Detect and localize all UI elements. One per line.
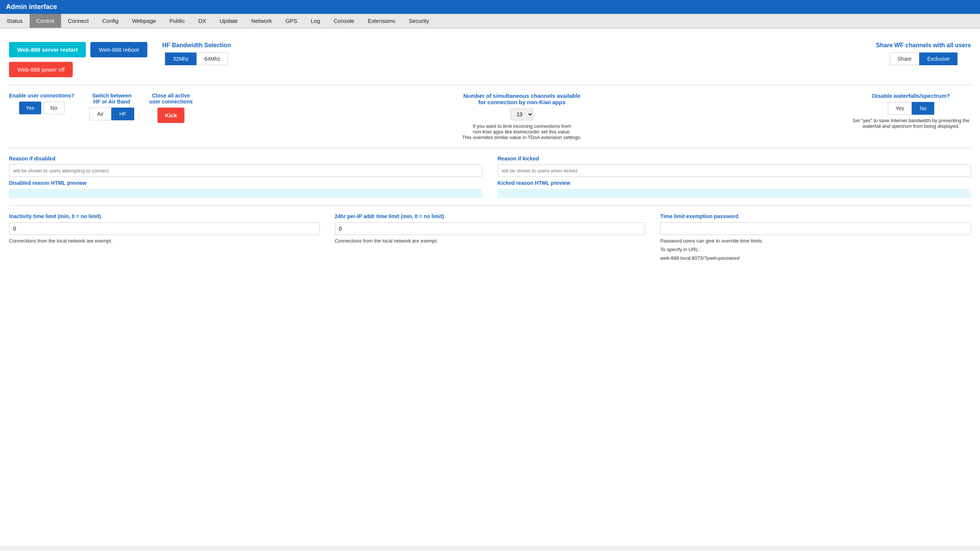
channels-select[interactable]: 13 0123 4567 891011 121415 — [510, 108, 533, 120]
perip-desc: Connections from the local network are e… — [335, 238, 646, 244]
connections-section: Enable user connections? Yes No Switch b… — [9, 85, 971, 148]
nav-security[interactable]: Security — [402, 14, 436, 28]
inactivity-input[interactable] — [9, 222, 320, 235]
inactivity-label: Inactivity time limit (min, 0 = no limit… — [9, 213, 320, 219]
app-title: Admin interface — [6, 3, 57, 11]
disabled-preview-box — [9, 189, 482, 198]
waterfall-desc: Set "yes" to save Internet bandwidth by … — [851, 118, 971, 129]
reason-kicked-input[interactable] — [498, 165, 971, 177]
waterfall-block: Disable waterfalls/spectrum? Yes No Set … — [851, 92, 971, 129]
server-buttons-group: Web-888 server restart Web-888 reboot We… — [9, 42, 147, 77]
app-header: Admin interface — [0, 0, 980, 14]
band-switch-title: Switch betweenHF or Air Band — [92, 92, 132, 105]
time-limits-section: Inactivity time limit (min, 0 = no limit… — [9, 206, 971, 268]
reason-disabled-block: Reason if disabled Disabled reason HTML … — [9, 156, 482, 198]
inactivity-block: Inactivity time limit (min, 0 = no limit… — [9, 213, 320, 244]
server-reboot-button[interactable]: Web-888 reboot — [90, 42, 147, 57]
nav-bar: Status Control Connect Config Webpage Pu… — [0, 14, 980, 29]
reason-kicked-block: Reason if kicked Kicked reason HTML prev… — [498, 156, 971, 198]
password-input[interactable] — [660, 222, 971, 235]
conn-row: Enable user connections? Yes No Switch b… — [9, 92, 971, 140]
perip-input[interactable] — [335, 222, 646, 235]
nav-extensions[interactable]: Extensions — [361, 14, 402, 28]
waterfall-no-button[interactable]: No — [912, 102, 934, 115]
channels-title: Number of simultaneous channels availabl… — [463, 92, 581, 105]
enable-no-button[interactable]: No — [43, 102, 64, 114]
exclusive-button[interactable]: Exclusive — [919, 52, 957, 65]
main-content: Web-888 server restart Web-888 reboot We… — [0, 29, 980, 546]
password-block: Time limit exemption password Password u… — [660, 213, 971, 261]
server-poweroff-button[interactable]: Web-888 power off — [9, 62, 73, 77]
hf-bandwidth-block: HF Bandwidth Selection 32Mhz 64Mhz — [162, 42, 231, 65]
enable-connections-title: Enable user connections? — [9, 92, 74, 98]
perip-block: 24hr per-IP addr time limit (min, 0 = no… — [335, 213, 646, 244]
air-band-button[interactable]: Air — [89, 108, 111, 120]
nav-public[interactable]: Public — [163, 14, 192, 28]
top-row-buttons: Web-888 server restart Web-888 reboot — [9, 42, 147, 57]
hf-bandwidth-group: 32Mhz 64Mhz — [165, 52, 228, 65]
kick-button[interactable]: Kick — [158, 108, 185, 123]
nav-status[interactable]: Status — [0, 14, 30, 28]
password-desc2: To specify in URL: — [660, 247, 971, 252]
hf-32mhz-button[interactable]: 32Mhz — [165, 52, 196, 65]
disabled-preview-label: Disabled reason HTML preview — [9, 180, 482, 186]
poweroff-row: Web-888 power off — [9, 62, 147, 77]
reasons-row: Reason if disabled Disabled reason HTML … — [9, 156, 971, 198]
nav-connect[interactable]: Connect — [61, 14, 95, 28]
inactivity-desc: Connections from the local network are e… — [9, 238, 320, 244]
band-switch-buttons: Air HF — [89, 108, 134, 120]
time-limits-row: Inactivity time limit (min, 0 = no limit… — [9, 213, 971, 261]
enable-yes-button[interactable]: Yes — [19, 102, 41, 114]
share-wf-title: Share WF channels with all users — [876, 42, 971, 49]
hf-64mhz-button[interactable]: 64Mhz — [196, 52, 228, 65]
band-switch-block: Switch betweenHF or Air Band Air HF — [89, 92, 134, 120]
enable-connections-block: Enable user connections? Yes No — [9, 92, 74, 114]
reason-section: Reason if disabled Disabled reason HTML … — [9, 148, 971, 206]
nav-dx[interactable]: DX — [192, 14, 213, 28]
channels-desc: If you want to limit incoming connection… — [462, 123, 581, 140]
enable-connections-buttons: Yes No — [19, 102, 64, 114]
reason-disabled-input[interactable] — [9, 165, 482, 177]
password-label: Time limit exemption password — [660, 213, 971, 219]
nav-config[interactable]: Config — [95, 14, 125, 28]
nav-network[interactable]: Network — [245, 14, 278, 28]
nav-gps[interactable]: GPS — [278, 14, 304, 28]
nav-control[interactable]: Control — [30, 14, 61, 28]
nav-webpage[interactable]: Webpage — [125, 14, 163, 28]
perip-label: 24hr per-IP addr time limit (min, 0 = no… — [335, 213, 646, 219]
kicked-preview-label: Kicked reason HTML preview — [498, 180, 971, 186]
hf-bandwidth-title: HF Bandwidth Selection — [162, 42, 231, 49]
server-restart-button[interactable]: Web-888 server restart — [9, 42, 86, 57]
kick-connections-title: Close all activeuser connections — [149, 92, 193, 105]
hf-band-button[interactable]: HF — [111, 108, 134, 120]
password-desc1: Password users can give to override time… — [660, 238, 971, 244]
kick-connections-block: Close all activeuser connections Kick — [149, 92, 193, 123]
nav-update[interactable]: Update — [213, 14, 245, 28]
nav-log[interactable]: Log — [304, 14, 327, 28]
waterfall-title: Disable waterfalls/spectrum? — [872, 92, 950, 99]
share-wf-block: Share WF channels with all users Share E… — [876, 42, 971, 65]
waterfall-yes-button[interactable]: Yes — [888, 102, 912, 115]
waterfall-buttons: Yes No — [888, 102, 935, 115]
reason-disabled-label: Reason if disabled — [9, 156, 482, 162]
password-desc3: web-888.local:8073/?pwd=password — [660, 255, 971, 261]
nav-console[interactable]: Console — [327, 14, 361, 28]
server-controls-section: Web-888 server restart Web-888 reboot We… — [9, 36, 971, 85]
share-wf-group: Share Exclusive — [890, 52, 958, 65]
channels-block: Number of simultaneous channels availabl… — [208, 92, 836, 140]
kicked-preview-box — [498, 189, 971, 198]
reason-kicked-label: Reason if kicked — [498, 156, 971, 162]
share-button[interactable]: Share — [890, 52, 919, 65]
